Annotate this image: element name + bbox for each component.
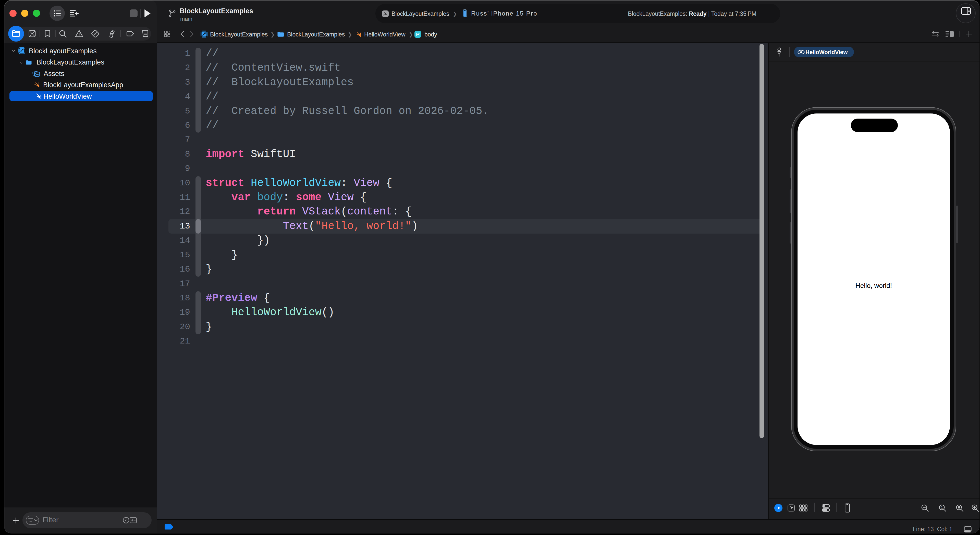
svg-text:1: 1 — [941, 505, 943, 509]
